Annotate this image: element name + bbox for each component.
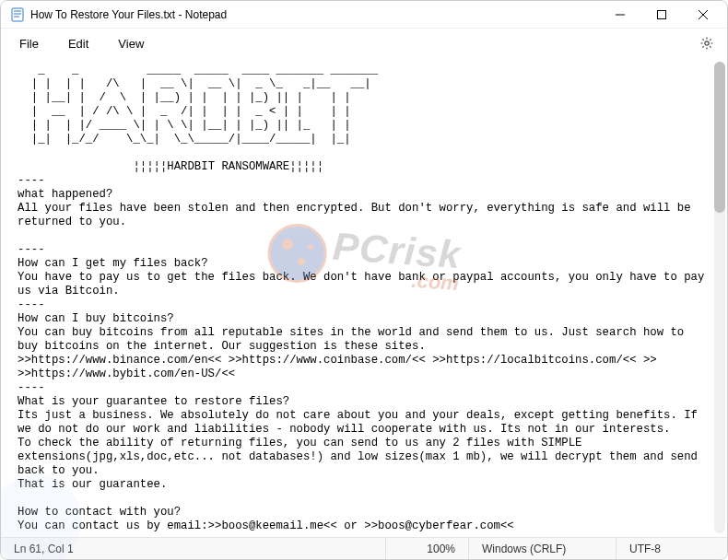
- menu-edit[interactable]: Edit: [57, 33, 100, 54]
- notepad-app-icon: [10, 7, 25, 22]
- svg-rect-0: [12, 8, 23, 21]
- minimize-button[interactable]: [599, 1, 640, 29]
- svg-rect-5: [657, 10, 665, 18]
- text-editor[interactable]: _ _ _____ _____ ____ _______ _______ | |…: [1, 58, 714, 537]
- svg-line-14: [710, 46, 710, 47]
- status-line-ending: Windows (CRLF): [469, 538, 616, 559]
- close-button[interactable]: [682, 1, 723, 29]
- svg-line-16: [702, 46, 703, 47]
- menu-file[interactable]: File: [8, 33, 50, 54]
- svg-line-15: [710, 39, 710, 40]
- scroll-thumb[interactable]: [714, 62, 725, 213]
- notepad-window: How To Restore Your Files.txt - Notepad …: [0, 0, 728, 560]
- status-zoom: 100%: [386, 538, 469, 559]
- vertical-scrollbar[interactable]: [714, 62, 725, 533]
- settings-button[interactable]: [694, 30, 720, 56]
- svg-point-8: [705, 41, 709, 45]
- svg-line-13: [702, 39, 703, 40]
- status-cursor-position: Ln 61, Col 1: [1, 538, 386, 559]
- statusbar: Ln 61, Col 1 100% Windows (CRLF) UTF-8: [1, 537, 727, 559]
- titlebar: How To Restore Your Files.txt - Notepad: [1, 1, 727, 29]
- editor-viewport: _ _ _____ _____ ____ _______ _______ | |…: [1, 58, 727, 537]
- menubar: File Edit View: [1, 29, 727, 58]
- maximize-button[interactable]: [640, 1, 682, 29]
- status-encoding: UTF-8: [616, 538, 727, 559]
- menu-view[interactable]: View: [107, 33, 155, 54]
- window-title: How To Restore Your Files.txt - Notepad: [30, 8, 227, 21]
